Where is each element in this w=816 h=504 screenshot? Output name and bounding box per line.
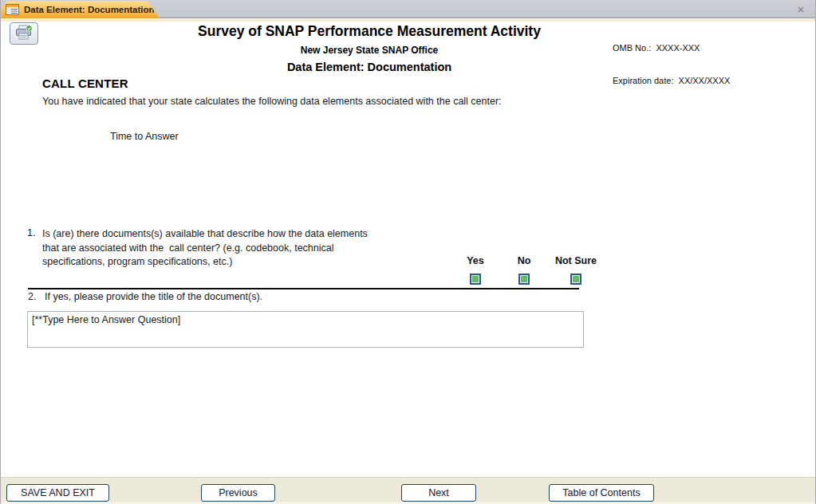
form-header: Survey of SNAP Performance Measurement A… xyxy=(106,22,633,73)
question1-text: Is (are) there documents(s) available th… xyxy=(42,227,425,270)
survey-title: Survey of SNAP Performance Measurement A… xyxy=(106,22,633,40)
option-not-sure: Not Sure xyxy=(548,255,604,285)
tab-title: Data Element: Documentation xyxy=(24,5,155,14)
question1-line2: that are associated with the call center… xyxy=(42,242,425,256)
section-intro: You have indicated that your state calcu… xyxy=(42,96,617,107)
question1-line1: Is (are) there documents(s) available th… xyxy=(42,227,425,242)
option-no: No xyxy=(500,255,548,285)
option-no-label: No xyxy=(518,255,531,266)
question1-options: Yes No Not Sure xyxy=(451,255,604,285)
option-not-sure-label: Not Sure xyxy=(555,255,597,266)
question1-number: 1. xyxy=(27,227,35,238)
printer-icon xyxy=(14,25,34,43)
tab-bar: Data Element: Documentation × xyxy=(1,0,815,18)
table-of-contents-button[interactable]: Table of Contents xyxy=(549,484,654,502)
option-yes: Yes xyxy=(451,255,500,285)
document-tab[interactable]: Data Element: Documentation xyxy=(2,1,160,18)
no-checkbox-fill xyxy=(521,276,527,282)
question-separator xyxy=(28,288,579,289)
section-heading: CALL CENTER xyxy=(42,77,128,90)
question2-text: If yes, please provide the title of the … xyxy=(45,291,262,302)
question2-number: 2. xyxy=(28,291,36,302)
application-window: Data Element: Documentation × Survey of … xyxy=(0,0,816,504)
answer-textbox[interactable]: [**Type Here to Answer Question] xyxy=(27,311,584,348)
option-yes-label: Yes xyxy=(467,255,484,266)
form-icon xyxy=(6,4,19,15)
no-checkbox[interactable] xyxy=(518,274,530,285)
question1-line3: specifications, program specifications, … xyxy=(42,255,425,270)
previous-button[interactable]: Previous xyxy=(201,484,275,502)
next-button[interactable]: Next xyxy=(401,484,476,502)
save-and-exit-button[interactable]: SAVE AND EXIT xyxy=(6,484,109,502)
print-button[interactable] xyxy=(10,22,38,45)
expiration-date: Expiration date: XX/XX/XXXX xyxy=(613,76,812,87)
close-icon[interactable]: × xyxy=(794,2,808,17)
state-office: New Jersey State SNAP Office xyxy=(106,45,633,56)
page-title: Data Element: Documentation xyxy=(106,61,633,73)
form-content: Survey of SNAP Performance Measurement A… xyxy=(2,22,815,477)
yes-checkbox[interactable] xyxy=(470,274,481,285)
omb-info: OMB No.: XXXX-XXX Expiration date: XX/XX… xyxy=(613,22,812,108)
not-sure-checkbox-fill xyxy=(573,276,579,282)
not-sure-checkbox[interactable] xyxy=(570,274,581,285)
yes-checkbox-fill xyxy=(472,276,479,282)
omb-number: OMB No.: XXXX-XXX xyxy=(613,43,812,54)
data-element-item: Time to Answer xyxy=(110,131,179,142)
footer-bar: SAVE AND EXIT Previous Next Table of Con… xyxy=(1,477,815,504)
